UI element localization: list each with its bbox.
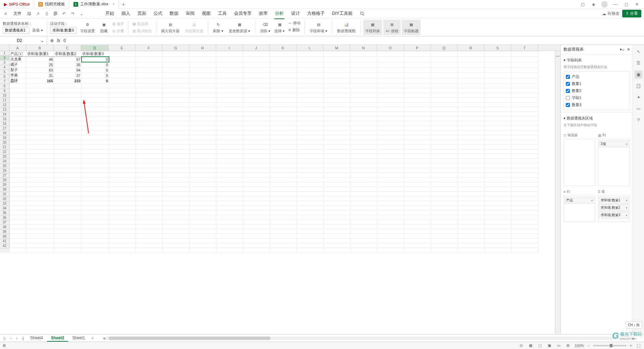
chevron-down-icon[interactable]: ▾ — [626, 143, 627, 146]
cell-O2[interactable] — [377, 57, 404, 62]
cell-K4[interactable] — [270, 67, 297, 73]
menu-tab-2[interactable]: 页面 — [137, 8, 147, 19]
cell-S27[interactable] — [485, 178, 512, 182]
cell-C3[interactable]: 35 — [54, 62, 82, 67]
cell-M26[interactable] — [324, 173, 351, 178]
cell-C16[interactable] — [54, 126, 82, 131]
cell-K3[interactable] — [270, 62, 297, 67]
cell-L38[interactable] — [297, 229, 324, 234]
cell-F32[interactable] — [136, 201, 163, 206]
cell-A30[interactable] — [10, 192, 26, 196]
normal-view-icon[interactable]: ▢ — [537, 343, 543, 349]
cell-C1[interactable]: 求和项:数量2 — [54, 51, 82, 57]
cell-J18[interactable] — [243, 135, 270, 140]
cell-D29[interactable] — [82, 187, 109, 192]
cell-L34[interactable] — [297, 210, 324, 215]
cell-P1[interactable] — [404, 51, 431, 57]
cell-H29[interactable] — [190, 187, 216, 192]
field-checkbox[interactable] — [566, 96, 570, 100]
cell-A29[interactable] — [10, 187, 26, 192]
cell-D12[interactable] — [82, 107, 109, 112]
fields-items-button[interactable]: ▤字段和项 ▾ — [308, 20, 329, 35]
cell-O24[interactable] — [377, 163, 404, 168]
cell-F37[interactable] — [136, 225, 163, 229]
cell-D15[interactable] — [82, 121, 109, 126]
cell-F34[interactable] — [136, 210, 163, 215]
cell-D39[interactable] — [82, 234, 109, 239]
cell-J6[interactable] — [243, 78, 270, 84]
cell-M16[interactable] — [324, 126, 351, 131]
menu-tab-5[interactable]: 审阅 — [185, 8, 195, 19]
cell-Q22[interactable] — [431, 154, 458, 159]
cell-R6[interactable] — [458, 78, 485, 84]
cell-H36[interactable] — [190, 220, 216, 225]
delete-button[interactable]: ✕删除 — [287, 27, 302, 33]
cell-L6[interactable] — [297, 78, 324, 84]
cell-Q1[interactable] — [431, 51, 458, 57]
cell-P18[interactable] — [404, 135, 431, 140]
user-avatar[interactable] — [601, 1, 608, 8]
field-item-1[interactable]: 数量1 — [565, 80, 628, 87]
cell-N21[interactable] — [351, 149, 377, 154]
options-button[interactable]: 选项▾ — [31, 27, 44, 34]
cell-R14[interactable] — [458, 116, 485, 121]
cell-I15[interactable] — [216, 121, 243, 126]
cell-C7[interactable] — [54, 84, 82, 88]
cell-I16[interactable] — [216, 126, 243, 131]
print-icon[interactable]: ⎙ — [44, 11, 50, 17]
cell-M4[interactable] — [324, 67, 351, 73]
last-sheet-button[interactable]: ›| — [20, 336, 25, 341]
cell-E22[interactable] — [109, 154, 136, 159]
col-header-K[interactable]: K — [270, 45, 297, 51]
cell-B25[interactable] — [26, 168, 54, 173]
cell-I40[interactable] — [216, 239, 243, 243]
cell-F25[interactable] — [136, 168, 163, 173]
cell-R3[interactable] — [458, 62, 485, 67]
cell-M32[interactable] — [324, 201, 351, 206]
cell-G8[interactable] — [163, 88, 190, 93]
row-header-36[interactable]: 36 — [0, 215, 9, 220]
window-layout-icon[interactable]: ▢ — [580, 1, 586, 7]
cell-F4[interactable] — [136, 67, 163, 73]
cell-S25[interactable] — [485, 168, 512, 173]
cell-reference-input[interactable] — [9, 38, 30, 43]
cell-N24[interactable] — [351, 163, 377, 168]
cell-T16[interactable] — [512, 126, 538, 131]
cell-J4[interactable] — [243, 67, 270, 73]
cell-I12[interactable] — [216, 107, 243, 112]
cell-S32[interactable] — [485, 201, 512, 206]
cell-B38[interactable] — [26, 229, 54, 234]
cell-E26[interactable] — [109, 173, 136, 178]
cell-P23[interactable] — [404, 159, 431, 163]
cell-I29[interactable] — [216, 187, 243, 192]
cell-G23[interactable] — [163, 159, 190, 163]
cell-S15[interactable] — [485, 121, 512, 126]
cell-M1[interactable] — [324, 51, 351, 57]
cell-B22[interactable] — [26, 154, 54, 159]
hide-button[interactable]: ▣隐藏 — [98, 20, 110, 35]
cell-T11[interactable] — [512, 102, 538, 107]
cell-O37[interactable] — [377, 225, 404, 229]
col-header-G[interactable]: G — [162, 45, 189, 51]
cell-L32[interactable] — [297, 201, 324, 206]
cell-R17[interactable] — [458, 131, 485, 135]
cell-J36[interactable] — [243, 220, 270, 225]
cell-I17[interactable] — [216, 131, 243, 135]
cell-T26[interactable] — [512, 173, 538, 178]
cell-O34[interactable] — [377, 210, 404, 215]
cell-C15[interactable] — [54, 121, 82, 126]
cell-K27[interactable] — [270, 178, 297, 182]
cell-K24[interactable] — [270, 163, 297, 168]
settings-icon[interactable]: ✦ — [635, 93, 643, 101]
cell-B35[interactable] — [26, 215, 54, 220]
cell-E41[interactable] — [109, 243, 136, 248]
cell-T18[interactable] — [512, 135, 538, 140]
cell-O13[interactable] — [377, 112, 404, 116]
row-header-1[interactable]: 1 — [0, 51, 9, 56]
cell-C17[interactable] — [54, 131, 82, 135]
cell-C32[interactable] — [54, 201, 82, 206]
cell-B27[interactable] — [26, 178, 54, 182]
cell-R4[interactable] — [458, 67, 485, 73]
cell-O16[interactable] — [377, 126, 404, 131]
cell-T37[interactable] — [512, 225, 538, 229]
